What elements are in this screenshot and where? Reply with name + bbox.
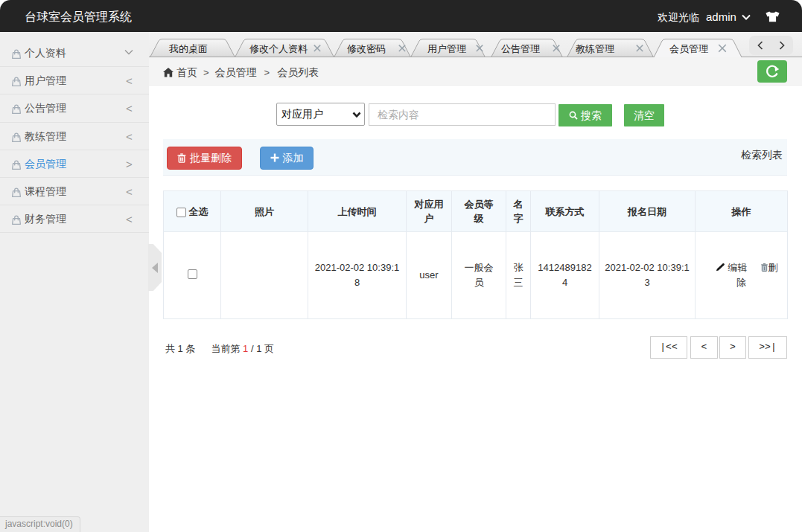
svg-text:会员管理: 会员管理 [669, 43, 708, 54]
svg-text:修改个人资料: 修改个人资料 [249, 43, 308, 54]
svg-text:用户管理: 用户管理 [427, 43, 466, 54]
svg-text:教练管理: 教练管理 [576, 43, 614, 54]
svg-text:我的桌面: 我的桌面 [168, 43, 208, 54]
svg-text:公告管理: 公告管理 [501, 43, 540, 54]
svg-text:修改密码: 修改密码 [347, 43, 386, 54]
